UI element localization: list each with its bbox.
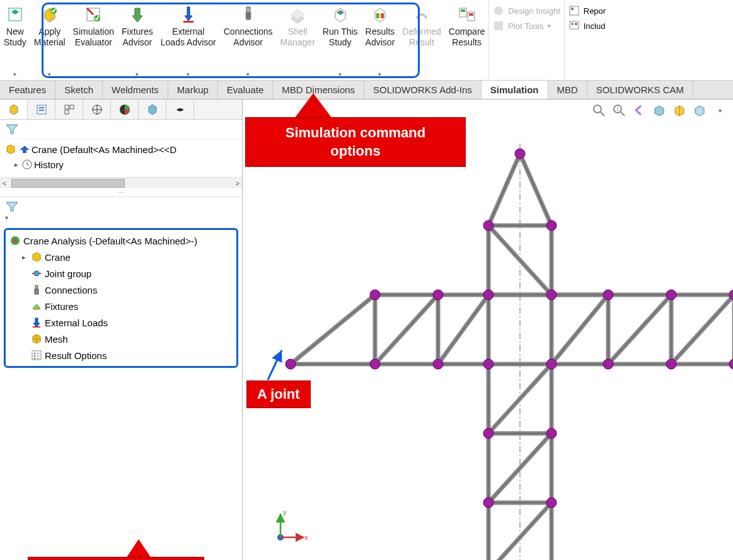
truss-joint[interactable] [729,359,733,369]
tab-evaluate[interactable]: Evaluate [218,81,273,99]
svg-line-48 [601,112,604,116]
truss-joint[interactable] [483,428,493,438]
svg-point-15 [571,23,574,25]
study-item-fixtures[interactable]: Fixtures [7,298,235,314]
svg-line-57 [520,154,551,226]
expand-icon[interactable]: ▸ [20,253,28,261]
expand-icon[interactable]: ▸ [13,161,20,169]
study-item-mesh[interactable]: Mesh [7,331,235,347]
prev-view-icon[interactable] [631,102,647,118]
simulation-evaluator-button[interactable]: Simulation Evaluator [69,0,118,80]
splitter[interactable]: ⋯ [0,188,242,197]
tab-mbd[interactable]: MBD [548,81,587,99]
svg-rect-22 [65,110,69,114]
ribbon-label: Run This Study [323,26,358,48]
svg-line-95 [291,295,375,364]
new-study-button[interactable]: New Study ▾ [0,0,30,80]
dropdown-arrow[interactable]: ▾ [5,214,8,221]
truss-joint[interactable] [546,290,557,300]
study-item-connections[interactable]: Connections [7,282,235,298]
svg-point-47 [594,105,601,113]
truss-joint[interactable] [370,290,380,300]
svg-line-50 [621,112,625,116]
truss-model[interactable] [268,125,733,560]
tab-sketch[interactable]: Sketch [55,81,103,99]
feature-tree-tab[interactable] [0,100,28,119]
truss-joint[interactable] [483,290,493,300]
scroll-right[interactable]: > [236,180,240,187]
dropdown-arrow: ▾ [13,71,16,77]
dimxpert-tab[interactable] [83,100,111,119]
connections-advisor-button[interactable]: Connections Advisor ▾ [220,0,277,80]
zoom-fit-icon[interactable] [591,102,607,118]
study-item-external-loads[interactable]: External Loads [7,314,235,331]
deformed-result-button[interactable]: Deformed Result [398,0,444,80]
design-insight-button[interactable]: Design Insight [493,5,560,16]
appearance-tab[interactable] [111,100,139,119]
filter-icon[interactable] [5,201,237,212]
truss-joint[interactable] [286,359,296,369]
truss-joint[interactable] [603,359,613,369]
scroll-thumb[interactable] [11,179,125,188]
graphics-viewport[interactable]: ▾ Simulation command options A joint y [243,100,733,560]
truss-joint[interactable] [666,290,676,300]
view-orient-icon[interactable] [671,102,688,118]
study-item-crane[interactable]: ▸ Crane [7,249,235,265]
svg-rect-9 [469,13,473,16]
apply-material-button[interactable]: Apply Material ▾ [30,0,69,80]
truss-joint[interactable] [483,359,493,369]
tab-simulation[interactable]: Simulation [482,81,548,99]
callout-joint: A joint [246,380,311,408]
truss-joint[interactable] [515,149,525,159]
display-style-icon[interactable] [691,102,708,118]
truss-joint[interactable] [546,359,557,369]
run-study-button[interactable]: Run This Study ▾ [319,0,362,80]
fixtures-advisor-button[interactable]: Fixtures Advisor ▾ [118,0,157,80]
external-loads-button[interactable]: External Loads Advisor ▾ [157,0,220,80]
tab-markup[interactable]: Markup [168,81,218,99]
truss-joint[interactable] [370,359,380,369]
ribbon-label: Connections Advisor [224,26,273,48]
include-button[interactable]: Includ [569,20,606,31]
display-tab[interactable] [139,100,166,119]
scroll-left[interactable]: < [3,180,6,187]
dropdown-arrow[interactable]: ▾ [712,102,728,118]
deformed-icon [412,5,431,24]
truss-joint[interactable] [546,220,557,231]
filter-icon[interactable] [5,123,237,135]
results-advisor-button[interactable]: Results Advisor ▾ [362,0,399,80]
truss-joint[interactable] [546,498,557,508]
section-view-icon[interactable] [651,102,667,118]
shell-manager-button[interactable]: Shell Manager [277,0,319,80]
study-item-result-options[interactable]: Result Options [7,347,235,363]
connections-icon [239,5,258,24]
report-button[interactable]: Repor [569,5,606,16]
tab-solidworks-addins[interactable]: SOLIDWORKS Add-Ins [364,81,482,99]
truss-joint[interactable] [433,359,443,369]
tab-solidworks-cam[interactable]: SOLIDWORKS CAM [587,81,693,99]
tab-weldments[interactable]: Weldments [103,81,168,99]
tree-history[interactable]: ▸ History [4,157,238,172]
horizontal-scrollbar[interactable]: < > [0,177,242,188]
study-item-joint-group[interactable]: Joint group [7,265,235,282]
svg-point-41 [34,353,36,355]
overflow-tab[interactable]: ◂▸ [166,100,194,119]
truss-joint[interactable] [483,220,493,231]
plot-tools-button[interactable]: Plot Tools ▾ [493,20,560,31]
zoom-area-icon[interactable] [611,102,627,118]
truss-joint[interactable] [483,498,493,508]
truss-joint[interactable] [603,290,613,300]
property-tab[interactable] [28,100,55,119]
study-filter-row: ▾ [0,197,242,226]
ribbon-label: Simulation Evaluator [73,26,114,48]
svg-rect-14 [570,21,579,29]
study-root[interactable]: Crane Analysis (-Default<As Machined>-) [7,232,235,249]
config-tab[interactable] [55,100,83,119]
compare-icon [458,5,476,24]
truss-joint[interactable] [546,428,557,438]
truss-joint[interactable] [666,359,676,369]
tree-root[interactable]: Crane (Default<As Machined><<D [4,142,238,157]
compare-results-button[interactable]: Compare Results [445,0,489,80]
truss-joint[interactable] [433,290,443,300]
tab-features[interactable]: Features [0,81,55,99]
